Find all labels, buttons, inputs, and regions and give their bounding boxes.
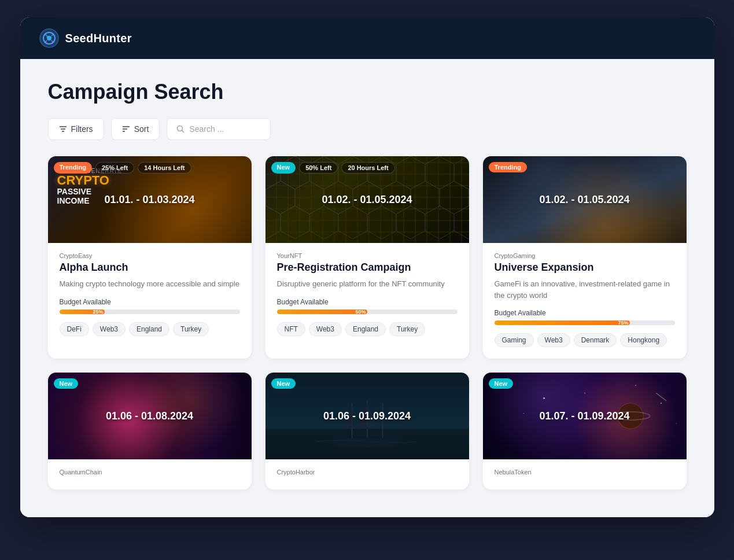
tag: Turkey xyxy=(173,322,209,336)
sort-button[interactable]: Sort xyxy=(111,118,160,140)
card-body-6: NebulaToken xyxy=(483,459,687,489)
app-window: SeedHunter Campaign Search Filters xyxy=(20,17,714,517)
badge-new-5: New xyxy=(271,378,296,389)
card-desc-1: Making crypto technology more accessible… xyxy=(60,278,240,290)
budget-bar-2: 50% xyxy=(277,310,458,314)
card-badges-5: New xyxy=(271,378,296,389)
budget-1: Budget Available 25% xyxy=(60,298,240,314)
card-badges-3: Trending xyxy=(489,162,527,172)
card-title-1: Alpha Launch xyxy=(60,261,240,274)
card-desc-3: GameFi is an innovative, investment-rela… xyxy=(495,278,675,301)
filters-button[interactable]: Filters xyxy=(48,118,104,140)
campaign-card-4[interactable]: New 01.06 - 01.08.2024 QuantumChain xyxy=(48,373,252,489)
card-date-5: 01.06 - 01.09.2024 xyxy=(323,410,411,422)
budget-label-1: Budget Available xyxy=(60,298,240,306)
card-badges-2: New 50% Left 20 Hours Left xyxy=(271,162,395,174)
search-icon xyxy=(176,125,185,133)
svg-point-29 xyxy=(676,423,676,423)
svg-line-14 xyxy=(182,131,185,133)
badge-trending-1: Trending xyxy=(54,162,92,174)
badge-new-6: New xyxy=(489,378,514,389)
ship-svg xyxy=(265,390,469,459)
card-image-1: HOW TO GENERATE CRYPTO PASSIVE INCOME Tr… xyxy=(48,156,252,243)
card-badges-4: New xyxy=(54,378,79,389)
card-image-6: New 01.07. - 01.09.2024 xyxy=(483,373,687,459)
badge-time-1: 14 Hours Left xyxy=(138,162,191,174)
campaign-card-1[interactable]: HOW TO GENERATE CRYPTO PASSIVE INCOME Tr… xyxy=(48,156,252,359)
tag: Gaming xyxy=(495,333,534,347)
badge-new-4: New xyxy=(54,378,79,389)
campaign-card-2[interactable]: New 50% Left 20 Hours Left 01.02. - 01.0… xyxy=(265,156,469,359)
card-company-5: CryptoHarbor xyxy=(277,469,458,476)
search-placeholder: Search ... xyxy=(189,124,224,134)
badge-time-2: 20 Hours Left xyxy=(341,162,394,174)
card-title-2: Pre-Registration Campaign xyxy=(277,261,458,274)
svg-point-24 xyxy=(543,397,545,399)
tag: Web3 xyxy=(537,333,570,347)
card-company-1: CryptoEasy xyxy=(60,252,240,259)
tag: DeFi xyxy=(60,322,89,336)
card-desc-2: Disruptive generic platform for the NFT … xyxy=(277,278,458,290)
budget-fill-2: 50% xyxy=(277,310,367,314)
cards-grid: HOW TO GENERATE CRYPTO PASSIVE INCOME Tr… xyxy=(48,156,687,489)
budget-pct-2: 50% xyxy=(355,310,366,314)
card-company-4: QuantumChain xyxy=(60,469,240,476)
sort-label: Sort xyxy=(134,124,149,134)
card-body-3: CryptoGaming Universe Expansion GameFi i… xyxy=(483,243,687,359)
card-tags-3: Gaming Web3 Denmark Hongkong xyxy=(495,333,675,347)
card-company-2: YourNFT xyxy=(277,252,458,259)
svg-point-25 xyxy=(635,385,636,386)
tag: England xyxy=(345,322,386,336)
logo: SeedHunter xyxy=(39,28,132,49)
budget-3: Budget Available 75% xyxy=(495,309,675,325)
campaign-card-3[interactable]: Trending 01.02. - 01.05.2024 CryptoGamin… xyxy=(483,156,687,359)
tag: Web3 xyxy=(309,322,342,336)
page-title: Campaign Search xyxy=(48,80,687,104)
main-content: Campaign Search Filters Sort xyxy=(20,59,714,517)
tag: Web3 xyxy=(93,322,126,336)
card-date-1: 01.01. - 01.03.2024 xyxy=(104,194,194,206)
card-body-5: CryptoHarbor xyxy=(265,459,469,489)
tag: Denmark xyxy=(574,333,617,347)
card-date-6: 01.07. - 01.09.2024 xyxy=(539,410,629,422)
budget-fill-3: 75% xyxy=(495,320,630,325)
card-body-4: QuantumChain xyxy=(48,459,252,489)
logo-text: SeedHunter xyxy=(65,32,132,45)
sort-icon xyxy=(122,125,130,133)
budget-label-3: Budget Available xyxy=(495,309,675,317)
filters-icon xyxy=(59,125,67,133)
badge-new-2: New xyxy=(271,162,296,174)
card-tags-2: NFT Web3 England Turkey xyxy=(277,322,458,336)
filters-label: Filters xyxy=(71,124,93,134)
tag: England xyxy=(129,322,169,336)
svg-point-26 xyxy=(661,403,662,404)
badge-pct-1: 25% Left xyxy=(95,162,134,174)
svg-point-27 xyxy=(523,413,523,414)
card-title-3: Universe Expansion xyxy=(495,261,675,274)
badge-trending-3: Trending xyxy=(489,162,527,172)
tag: Hongkong xyxy=(620,333,667,347)
budget-2: Budget Available 50% xyxy=(277,298,458,314)
card-image-3: Trending 01.02. - 01.05.2024 xyxy=(483,156,687,243)
badge-pct-2: 50% Left xyxy=(299,162,338,174)
card-image-4: New 01.06 - 01.08.2024 xyxy=(48,373,252,459)
card-date-4: 01.06 - 01.08.2024 xyxy=(106,410,193,422)
budget-label-2: Budget Available xyxy=(277,298,458,306)
header: SeedHunter xyxy=(20,17,714,59)
svg-line-33 xyxy=(656,393,666,400)
budget-bar-3: 75% xyxy=(495,320,675,325)
svg-point-28 xyxy=(584,393,585,394)
card-tags-1: DeFi Web3 England Turkey xyxy=(60,322,240,336)
campaign-card-5[interactable]: New 01.06 - 01.09.2024 CryptoHarbor xyxy=(265,373,469,489)
card-body-2: YourNFT Pre-Registration Campaign Disrup… xyxy=(265,243,469,348)
budget-bar-1: 25% xyxy=(60,310,240,314)
search-box[interactable]: Search ... xyxy=(167,118,271,140)
card-date-3: 01.02. - 01.05.2024 xyxy=(539,194,629,206)
card-image-5: New 01.06 - 01.09.2024 xyxy=(265,373,469,459)
card-badges-1: Trending 25% Left 14 Hours Left xyxy=(54,162,191,174)
campaign-card-6[interactable]: New 01.07. - 01.09.2024 NebulaToken xyxy=(483,373,687,489)
svg-point-13 xyxy=(178,126,183,131)
toolbar: Filters Sort Search ... xyxy=(48,118,687,140)
card-body-1: CryptoEasy Alpha Launch Making crypto te… xyxy=(48,243,252,348)
budget-pct-3: 75% xyxy=(618,320,628,325)
